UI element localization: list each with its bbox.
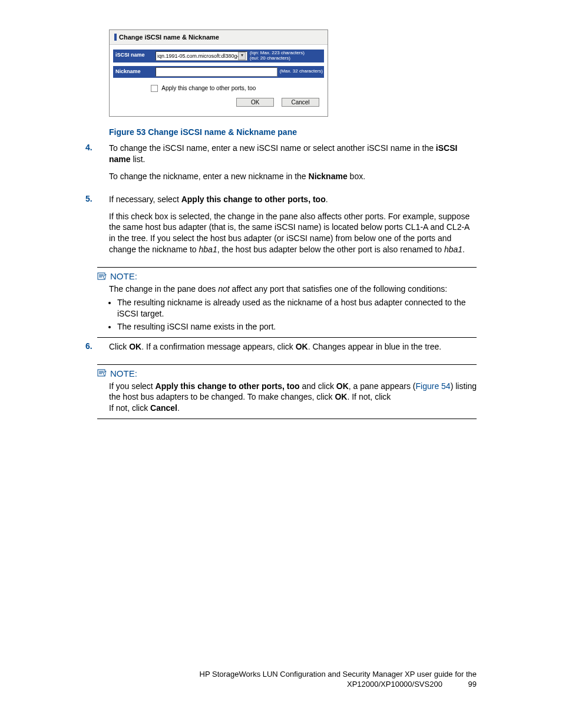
dialog-title: Change iSCSI name & Nickname [110,30,328,44]
page-number: 99 [468,680,477,690]
step-number: 5. [85,194,109,261]
note-heading: NOTE: [97,271,477,281]
footer-line2: XP12000/XP10000/SVS200 [347,680,442,689]
note-icon [97,369,107,377]
page-footer: HP StorageWorks LUN Configuration and Se… [85,670,477,690]
iscsi-name-select[interactable]: iqn.1991-05.com.microsoft:dl380g4-s8 ▾ [156,51,247,61]
apply-other-ports-label: Apply this change to other ports, too [161,85,256,91]
title-accent-bar [114,34,117,41]
step-number: 4. [85,143,109,188]
step-4-body: To change the iSCSI name, enter a new iS… [109,143,477,188]
step-number: 6. [85,341,109,358]
chevron-down-icon[interactable]: ▾ [238,52,246,60]
nickname-input[interactable] [156,67,277,77]
divider [97,267,477,268]
list-item: The resulting iSCSI name exists in the p… [117,321,477,332]
iscsi-name-label: iSCSI name [113,50,154,62]
step-6-body: Click OK. If a confirmation message appe… [109,341,477,358]
note-label: NOTE: [110,271,137,281]
note-icon [97,272,107,281]
note-heading: NOTE: [97,368,477,378]
list-item: The resulting nickname is already used a… [117,297,477,319]
figure-caption: Figure 53 Change iSCSI name & Nickname p… [109,127,477,137]
footer-line1: HP StorageWorks LUN Configuration and Se… [200,670,477,678]
note-1-body: The change in the pane does not affect a… [109,284,477,332]
note-2-body: If you select Apply this change to other… [109,381,477,414]
iscsi-hint: (iqn: Max. 223 characters)(eui: 20 chara… [247,51,305,61]
figure-54-link[interactable]: Figure 54 [415,381,450,391]
dialog-title-text: Change iSCSI name & Nickname [119,34,219,41]
iscsi-name-value: iqn.1991-05.com.microsoft:dl380g4-s8 [157,53,238,59]
divider [97,364,477,365]
nickname-label: Nickname [113,66,154,78]
apply-other-ports-checkbox[interactable] [151,85,158,92]
change-iscsi-dialog: Change iSCSI name & Nickname iSCSI name … [109,29,328,117]
ok-button[interactable]: OK [236,98,274,107]
nickname-hint: (Max. 32 characters) [277,69,323,74]
step-5-body: If necessary, select Apply this change t… [109,194,477,261]
divider [97,337,477,338]
note-label: NOTE: [110,368,137,378]
cancel-button[interactable]: Cancel [282,98,319,107]
divider [97,419,477,419]
